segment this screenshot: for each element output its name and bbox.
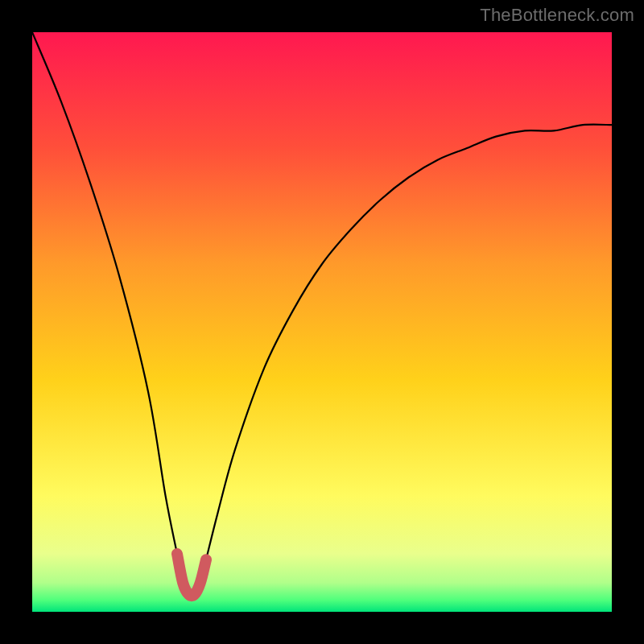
plot-area — [32, 32, 612, 612]
watermark-text: TheBottleneck.com — [480, 5, 634, 26]
chart-frame: TheBottleneck.com — [0, 0, 644, 644]
optimal-range-highlight — [177, 554, 206, 596]
bottleneck-curve — [32, 32, 612, 596]
bottleneck-curve-layer — [32, 32, 612, 612]
